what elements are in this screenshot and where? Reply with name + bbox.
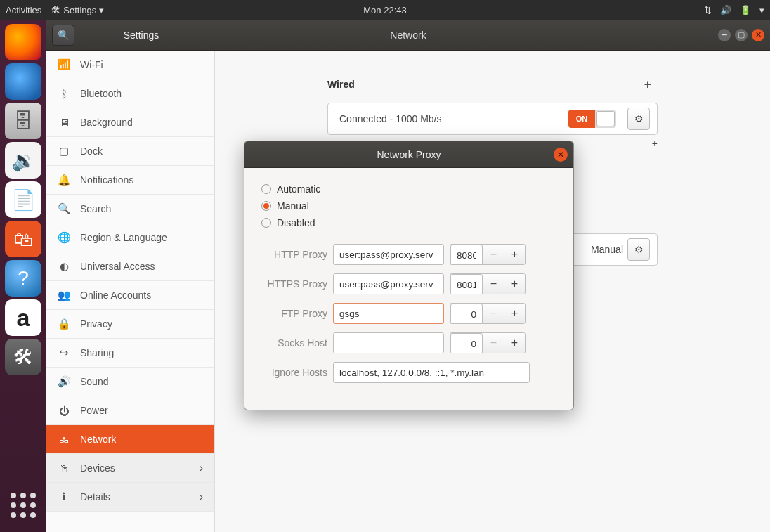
https-proxy-host-input[interactable]: [333, 273, 444, 294]
window-minimize-button[interactable]: ━: [718, 29, 731, 41]
add-vpn-button[interactable]: +: [652, 138, 658, 184]
toggle-knob: [596, 111, 615, 126]
sidebar-item-background[interactable]: 🖥Background: [46, 108, 214, 137]
wired-toggle[interactable]: ON: [568, 110, 616, 128]
sidebar-item-privacy[interactable]: 🔒Privacy: [46, 310, 214, 339]
radio-icon: [261, 218, 271, 228]
show-applications-button[interactable]: [5, 487, 41, 524]
search-button[interactable]: 🔍: [52, 25, 74, 46]
proxy-mode-automatic[interactable]: Automatic: [261, 183, 556, 195]
wrench-icon: 🛠: [51, 5, 60, 15]
dialog-close-button[interactable]: ✕: [554, 148, 568, 162]
wired-section-label: Wired: [327, 79, 355, 90]
launcher-thunderbird[interactable]: [5, 63, 41, 100]
clock[interactable]: Mon 22:43: [363, 5, 406, 15]
sidebar-item-search[interactable]: 🔍Search: [46, 195, 214, 223]
sidebar-item-label: Sharing: [80, 347, 114, 358]
proxy-settings-button[interactable]: ⚙: [627, 238, 650, 261]
wired-toggle-on-label: ON: [568, 110, 595, 128]
sidebar-item-universal-access[interactable]: ◐Universal Access: [46, 252, 214, 281]
add-wired-button[interactable]: +: [638, 74, 658, 94]
sidebar-icon: 🔔: [58, 174, 70, 186]
socks-port-input[interactable]: [450, 333, 483, 353]
socks-host-input[interactable]: [333, 332, 444, 353]
radio-label: Disabled: [277, 217, 315, 228]
ftp-proxy-port-input[interactable]: [450, 304, 483, 324]
proxy-mode-radio-group: Automatic Manual Disabled: [261, 183, 556, 228]
proxy-mode-label: Manual: [591, 244, 623, 255]
launcher-amazon[interactable]: a: [5, 299, 41, 336]
sidebar-icon: ᛒ: [58, 88, 70, 100]
https-proxy-port-input[interactable]: [450, 274, 483, 294]
sidebar-icon: 🖧: [58, 434, 70, 446]
sidebar-icon: ⏻: [58, 405, 70, 417]
port-decrease-button[interactable]: −: [483, 274, 504, 294]
sidebar-icon: 📶: [58, 58, 70, 71]
http-proxy-label: HTTP Proxy: [261, 249, 327, 260]
wired-settings-button[interactable]: ⚙: [627, 108, 650, 130]
sidebar-item-dock[interactable]: ▢Dock: [46, 137, 214, 166]
window-maximize-button[interactable]: ▢: [735, 29, 748, 41]
chevron-down-icon: ▾: [99, 5, 104, 15]
sidebar-item-label: Bluetooth: [80, 88, 122, 99]
window-titlebar: 🔍 Settings Network ━ ▢ ✕: [46, 20, 770, 51]
window-close-button[interactable]: ✕: [752, 29, 764, 41]
port-decrease-button: −: [483, 304, 504, 323]
sidebar-item-network[interactable]: 🖧Network: [46, 425, 214, 454]
sidebar-item-details[interactable]: ℹDetails›: [46, 483, 214, 512]
search-icon: 🔍: [58, 30, 70, 41]
battery-indicator-icon[interactable]: 🔋: [740, 5, 751, 15]
http-proxy-host-input[interactable]: [333, 244, 444, 265]
network-indicator-icon[interactable]: ⇅: [704, 5, 712, 15]
port-increase-button[interactable]: +: [504, 245, 525, 264]
wired-connection-card: Connected - 1000 Mb/s ON ⚙: [327, 103, 658, 135]
launcher-rhythmbox[interactable]: 🔉: [5, 142, 41, 179]
http-proxy-port-input[interactable]: [450, 245, 483, 265]
ignore-hosts-input[interactable]: [333, 362, 530, 383]
sidebar-item-sharing[interactable]: ↪Sharing: [46, 339, 214, 368]
sidebar-item-label: Search: [80, 203, 111, 214]
sidebar-item-online-accounts[interactable]: 👥Online Accounts: [46, 281, 214, 310]
launcher-files[interactable]: 🗄: [5, 103, 41, 139]
ftp-proxy-host-input[interactable]: [333, 303, 444, 324]
radio-label: Manual: [277, 200, 309, 212]
launcher-libreoffice-writer[interactable]: 📄: [5, 181, 41, 218]
sidebar-item-bluetooth[interactable]: ᛒBluetooth: [46, 79, 214, 108]
sidebar-icon: 👥: [58, 289, 70, 301]
sidebar-icon: 🖥: [58, 117, 70, 129]
volume-indicator-icon[interactable]: 🔊: [720, 5, 731, 15]
sidebar-icon: 🖱: [58, 462, 70, 474]
wired-status-label: Connected - 1000 Mb/s: [339, 113, 442, 124]
port-decrease-button: −: [483, 333, 504, 353]
proxy-mode-manual[interactable]: Manual: [261, 200, 556, 212]
launcher-settings[interactable]: 🛠: [5, 339, 41, 375]
app-menu-button[interactable]: 🛠 Settings ▾: [51, 5, 104, 15]
socks-host-label: Socks Host: [261, 337, 327, 349]
sidebar-item-label: Online Accounts: [80, 290, 151, 301]
sidebar-item-sound[interactable]: 🔊Sound: [46, 368, 214, 396]
launcher-firefox[interactable]: [5, 24, 41, 60]
launcher-help[interactable]: ?: [5, 260, 41, 297]
launcher-ubuntu-software[interactable]: 🛍: [5, 221, 41, 257]
proxy-mode-disabled[interactable]: Disabled: [261, 217, 556, 228]
https-proxy-label: HTTPS Proxy: [261, 278, 327, 290]
port-increase-button[interactable]: +: [504, 304, 525, 323]
sidebar-item-label: Notifications: [80, 174, 133, 186]
radio-icon: [261, 201, 271, 211]
system-menu-chevron-icon[interactable]: ▾: [759, 5, 764, 15]
sidebar-item-label: Network: [80, 434, 116, 445]
sidebar-item-label: Details: [80, 491, 110, 502]
port-increase-button[interactable]: +: [504, 274, 525, 294]
activities-button[interactable]: Activities: [6, 5, 41, 15]
sidebar-item-devices[interactable]: 🖱Devices›: [46, 454, 214, 483]
sidebar-item-power[interactable]: ⏻Power: [46, 396, 214, 425]
https-proxy-port-spinner: − +: [450, 273, 526, 294]
app-menu-label: Settings: [63, 5, 96, 15]
settings-sidebar: 📶Wi-FiᛒBluetooth🖥Background▢Dock🔔Notific…: [46, 51, 215, 532]
sidebar-item-label: Background: [80, 117, 133, 128]
sidebar-item-region-language[interactable]: 🌐Region & Language: [46, 223, 214, 252]
sidebar-item-notifications[interactable]: 🔔Notifications: [46, 166, 214, 195]
port-increase-button[interactable]: +: [504, 333, 525, 353]
port-decrease-button[interactable]: −: [483, 245, 504, 264]
sidebar-item-wi-fi[interactable]: 📶Wi-Fi: [46, 51, 214, 79]
